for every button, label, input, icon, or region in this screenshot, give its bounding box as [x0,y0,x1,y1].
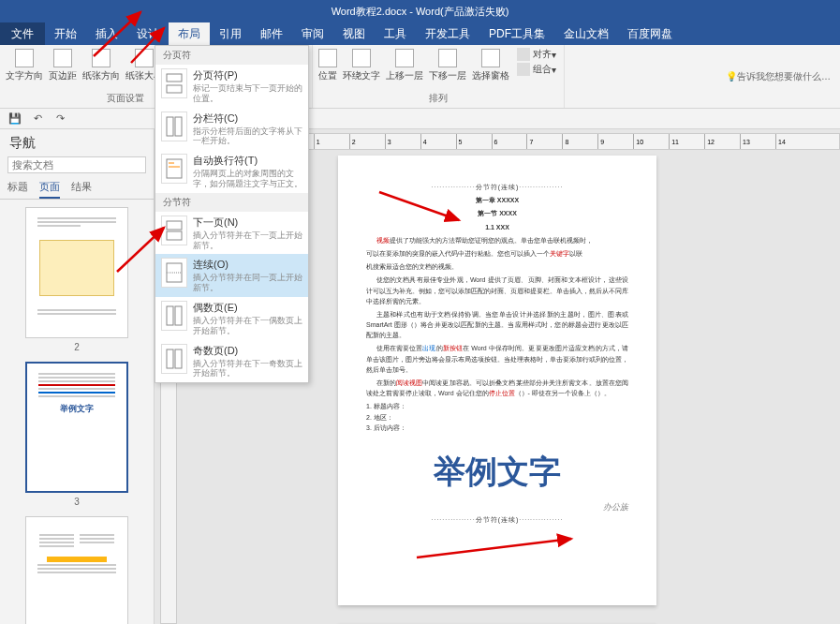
paragraph: 在新的阅读视图中阅读更加容易。可以折叠文档某些部分并关注所需文本。放置在您阅读处… [366,378,628,398]
paragraph: 可以在要添加的突显的嵌入代码中进行粘贴。您也可以插入一个关键字以联 [366,248,628,259]
navigation-panel: 导航 标题 页面 结果 2 举例文字 [0,129,155,624]
nav-tab-results[interactable]: 结果 [71,177,92,199]
group-button[interactable]: 组合 ▾ [513,62,560,77]
thumb-number: 2 [7,342,146,352]
svg-rect-7 [167,221,182,230]
tell-me[interactable]: 💡 告诉我您想要做什么… [726,45,840,108]
tab-mailings[interactable]: 邮件 [251,22,292,46]
paragraph: 使用在需要位置出现的新按钮在 Word 中保存时间。更要更改图片适应文档的方式，… [366,343,628,375]
paragraph: 使您的文档具有最佳专业外观，Word 提供了页眉、页脚、封面和文本框设计，这些设… [366,275,628,306]
dropdown-item-odd-page[interactable]: 奇数页(D)插入分节符并在下一奇数页上开始新节。 [155,340,308,383]
page-thumbnail[interactable]: 举例文字 [25,362,128,493]
svg-rect-1 [167,85,182,93]
heading-2: 第一节 XXXX [366,208,628,218]
dropdown-item-column-break[interactable]: 分栏符(C)指示分栏符后面的文字将从下一栏开始。 [155,108,308,151]
dropdown-item-even-page[interactable]: 偶数页(E)插入分节符并在下一偶数页上开始新节。 [155,297,308,340]
dropdown-section-header: 分节符 [155,193,308,212]
send-backward-button[interactable]: 下移一层 [427,47,468,84]
dropdown-item-continuous[interactable]: 连续(O)插入分节符并在同一页上开始新节。 [155,254,308,297]
tab-layout[interactable]: 布局 [169,22,210,46]
nav-search [7,156,146,173]
list-item: 2. 地区： [366,412,628,423]
nav-tab-headings[interactable]: 标题 [7,177,28,199]
breaks-dropdown: 分页符 分页符(P)标记一页结束与下一页开始的位置。 分栏符(C)指示分栏符后面… [155,45,309,383]
tab-baidu[interactable]: 百度网盘 [618,22,682,46]
page-thumbnail[interactable] [25,207,128,338]
tab-references[interactable]: 引用 [210,22,251,46]
file-tab[interactable]: 文件 [0,22,45,46]
tab-developer[interactable]: 开发工具 [416,22,479,46]
tab-insert[interactable]: 插入 [86,22,127,46]
thumb-wrap-4: 4 [7,516,146,624]
svg-rect-14 [175,349,182,368]
ribbon-group-arrange: 位置 环绕文字 上移一层 下移一层 选择窗格 对齐 ▾ 组合 ▾ 排列 [313,45,565,108]
tab-tools[interactable]: 工具 [375,22,416,46]
dropdown-item-text-wrapping[interactable]: 自动换行符(T)分隔网页上的对象周围的文字，如分隔题注文字与正文。 [155,150,308,193]
tab-review[interactable]: 审阅 [292,22,333,46]
search-input[interactable] [7,156,146,173]
quick-access-toolbar: 💾 ↶ ↷ [0,109,840,129]
heading-1: 第一章 XXXXX [366,195,628,205]
continuous-icon [161,258,187,288]
section-break-marker: 分节符(连续) [366,514,628,525]
svg-rect-4 [167,159,182,178]
group-label-arrange: 排列 [429,91,448,106]
window-title: Word教程2.docx - Word(产品激活失败) [332,5,509,19]
menu-bar: 文件 开始 插入 设计 布局 引用 邮件 审阅 视图 工具 开发工具 PDF工具… [0,22,840,45]
svg-rect-3 [175,117,182,136]
tab-home[interactable]: 开始 [45,22,86,46]
svg-rect-0 [167,74,182,82]
paragraph: 主题和样式也有助于文档保持协调。当您单击设计并选择新的主题时，图片、图表或 Sm… [366,309,628,341]
margins-button[interactable]: 页边距 [47,47,79,84]
position-button[interactable]: 位置 [317,47,339,84]
orientation-button[interactable]: 纸张方向 [81,47,122,84]
odd-page-icon [161,344,187,374]
group-label-page-setup: 页面设置 [107,91,144,106]
undo-icon[interactable]: ↶ [30,111,45,126]
text-wrap-icon [161,154,187,184]
thumb-number: 3 [7,497,146,507]
document-page[interactable]: 分节符(连续) 第一章 XXXXX 第一节 XXXX 1.1 XXX 视频提供了… [338,156,656,605]
align-button[interactable]: 对齐 ▾ [513,47,560,62]
next-page-icon [161,215,187,245]
tab-view[interactable]: 视图 [333,22,375,46]
svg-rect-12 [175,306,182,325]
text-direction-button[interactable]: 文字方向 [4,47,45,84]
dropdown-section-header: 分页符 [155,46,308,65]
nav-title: 导航 [0,129,154,156]
thumb-wrap-2: 2 [7,207,146,352]
svg-rect-8 [167,231,182,240]
example-text: 举例文字 [366,446,628,497]
tab-pdf[interactable]: PDF工具集 [479,22,554,46]
section-break-marker: 分节符(连续) [366,182,628,192]
ribbon: 文字方向 页边距 纸张方向 纸张大小 分栏 分隔符 ▾ 缩进 页面设置 标记： … [0,45,840,109]
paragraph: 视频提供了功能强大的方法帮助您证明您的观点。单击您单击联机视频时， [366,235,628,245]
dropdown-item-page-break[interactable]: 分页符(P)标记一页结束与下一页开始的位置。 [155,65,308,108]
svg-rect-13 [167,349,173,368]
bring-forward-button[interactable]: 上移一层 [384,47,425,84]
paragraph: 机搜索最适合您的文档的视频。 [366,261,628,272]
svg-rect-11 [167,306,173,325]
wrap-text-button[interactable]: 环绕文字 [341,47,382,84]
even-page-icon [161,301,187,331]
dropdown-item-next-page[interactable]: 下一页(N)插入分节符并在下一页上开始新节。 [155,212,308,255]
selection-pane-button[interactable]: 选择窗格 [470,47,511,84]
save-icon[interactable]: 💾 [7,111,22,126]
nav-tabs: 标题 页面 结果 [0,177,154,200]
tab-wps[interactable]: 金山文档 [554,22,618,46]
list-item: 3. 后访内容： [366,423,628,433]
tab-design[interactable]: 设计 [127,22,169,46]
nav-tab-pages[interactable]: 页面 [39,177,60,199]
nav-thumbnails: 2 举例文字 3 4 [0,200,154,624]
list-item: 1. 标题内容： [366,401,628,411]
column-break-icon [161,111,187,141]
title-bar: Word教程2.docx - Word(产品激活失败) [0,0,840,22]
thumb-wrap-3: 举例文字 3 [7,362,146,507]
redo-icon[interactable]: ↷ [52,111,67,126]
heading-3: 1.1 XXX [366,222,628,232]
svg-rect-2 [167,117,173,136]
signature: 办公族 [366,500,628,513]
page-break-icon [161,68,187,98]
page-thumbnail[interactable] [25,516,128,624]
